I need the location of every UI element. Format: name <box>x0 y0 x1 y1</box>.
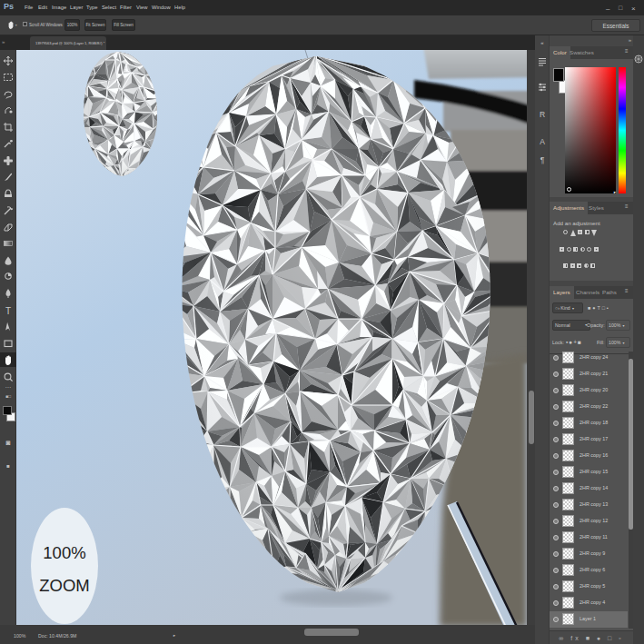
svg-text:100%: 100% <box>43 543 85 562</box>
svg-text:ZOOM: ZOOM <box>39 576 90 595</box>
svg-text:T: T <box>5 306 11 316</box>
